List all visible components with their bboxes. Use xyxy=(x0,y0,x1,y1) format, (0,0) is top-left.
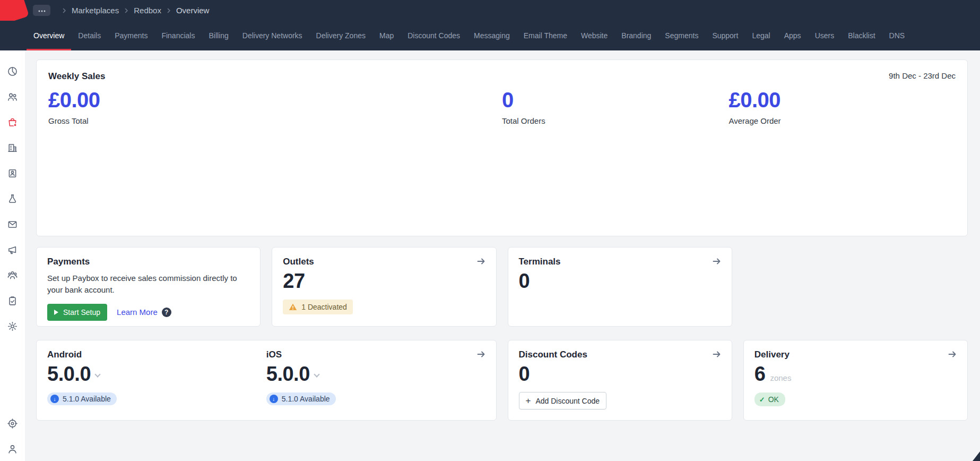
android-section: Android 5.0.0 ↓ 5.1.0 Available xyxy=(47,349,266,411)
outlets-deactivated-label: 1 Deactivated xyxy=(301,303,347,311)
android-version: 5.0.0 xyxy=(47,363,91,386)
total-orders-label: Total Orders xyxy=(502,116,729,125)
discount-codes-title: Discount Codes xyxy=(519,349,721,360)
breadcrumb-marketplaces[interactable]: Marketplaces xyxy=(72,6,119,15)
delivery-ok-badge: ✓ OK xyxy=(754,392,785,406)
total-orders-value: 0 xyxy=(502,88,729,112)
payments-title: Payments xyxy=(47,257,249,267)
check-icon: ✓ xyxy=(759,396,765,404)
sidebar-bottom-group xyxy=(7,417,19,455)
download-circle-icon: ↓ xyxy=(50,395,59,403)
warning-triangle-icon xyxy=(289,303,297,311)
stat-gross-total: £0.00 Gross Total xyxy=(48,88,275,125)
chevron-right-icon xyxy=(123,7,129,14)
labs-flask-icon[interactable] xyxy=(7,193,19,204)
tab-dns[interactable]: DNS xyxy=(882,21,912,50)
delivery-ok-label: OK xyxy=(768,395,779,404)
android-update-badge: ↓ 5.1.0 Available xyxy=(47,392,117,405)
delivery-title: Delivery xyxy=(754,349,957,360)
discount-codes-count: 0 xyxy=(519,363,721,386)
chevron-down-icon[interactable] xyxy=(314,371,319,377)
topbar: Marketplaces Redbox Overview xyxy=(0,0,980,21)
discount-codes-card: Discount Codes 0 + Add Discount Code xyxy=(508,340,732,421)
target-icon[interactable] xyxy=(7,417,19,429)
ios-update-label: 5.1.0 Available xyxy=(282,395,330,403)
tab-email-theme[interactable]: Email Theme xyxy=(517,21,574,50)
users-icon[interactable] xyxy=(7,91,19,103)
tasks-clipboard-icon[interactable] xyxy=(7,295,19,306)
chevron-right-icon xyxy=(166,7,172,14)
tab-apps[interactable]: Apps xyxy=(777,21,808,50)
arrow-right-icon xyxy=(712,256,722,267)
android-update-label: 5.1.0 Available xyxy=(63,395,111,403)
tab-messaging[interactable]: Messaging xyxy=(467,21,517,50)
outlets-card: Outlets 27 1 Deactivated xyxy=(272,247,496,327)
discount-codes-arrow-button[interactable] xyxy=(710,348,723,362)
tab-financials[interactable]: Financials xyxy=(154,21,202,50)
delivery-zones-count: 6 xyxy=(754,363,766,386)
learn-more-link[interactable]: Learn More xyxy=(117,308,158,317)
arrow-right-icon xyxy=(476,349,487,360)
tab-website[interactable]: Website xyxy=(574,21,614,50)
start-setup-label: Start Setup xyxy=(63,308,100,317)
tab-support[interactable]: Support xyxy=(705,21,745,50)
tab-delivery-networks[interactable]: Delivery Networks xyxy=(236,21,309,50)
chevron-down-icon[interactable] xyxy=(94,371,100,377)
teams-icon[interactable] xyxy=(7,269,19,281)
ios-version: 5.0.0 xyxy=(266,363,310,386)
settings-gear-icon[interactable] xyxy=(7,320,19,332)
organization-icon[interactable] xyxy=(7,142,19,153)
payments-card: Payments Set up Paybox to receive sales … xyxy=(36,247,261,327)
gross-total-label: Gross Total xyxy=(48,116,275,125)
terminals-arrow-button[interactable] xyxy=(710,255,723,269)
apps-arrow-button[interactable] xyxy=(475,348,488,362)
average-order-label: Average Order xyxy=(729,116,956,125)
delivery-arrow-button[interactable] xyxy=(946,348,959,362)
breadcrumb-redbox[interactable]: Redbox xyxy=(134,6,161,15)
question-circle-icon[interactable]: ? xyxy=(162,308,171,317)
payments-description: Set up Paybox to receive sales commissio… xyxy=(47,272,249,296)
contacts-icon[interactable] xyxy=(7,167,19,179)
start-setup-button[interactable]: Start Setup xyxy=(47,304,107,321)
main-content: Weekly Sales 9th Dec - 23rd Dec £0.00 Gr… xyxy=(25,50,980,461)
ios-update-badge: ↓ 5.1.0 Available xyxy=(266,392,336,405)
stat-average-order: £0.00 Average Order xyxy=(729,88,956,125)
tab-details[interactable]: Details xyxy=(71,21,108,50)
tab-users[interactable]: Users xyxy=(808,21,842,50)
announcements-icon[interactable] xyxy=(7,244,19,255)
weekly-sales-title: Weekly Sales xyxy=(48,71,105,82)
arrow-right-icon xyxy=(712,349,722,360)
outlets-arrow-button[interactable] xyxy=(475,255,488,269)
tab-legal[interactable]: Legal xyxy=(745,21,777,50)
tab-delivery-zones[interactable]: Delivery Zones xyxy=(309,21,372,50)
add-discount-code-button[interactable]: + Add Discount Code xyxy=(519,392,607,409)
account-icon[interactable] xyxy=(7,443,19,455)
tab-payments[interactable]: Payments xyxy=(108,21,154,50)
tab-branding[interactable]: Branding xyxy=(614,21,658,50)
delivery-card: Delivery 6 zones ✓ OK xyxy=(743,340,968,421)
apps-card: Android 5.0.0 ↓ 5.1.0 Available iOS 5.0.… xyxy=(36,340,497,421)
sidebar xyxy=(0,50,25,461)
marketplaces-icon[interactable] xyxy=(7,116,19,128)
outlets-deactivated-badge: 1 Deactivated xyxy=(283,300,353,314)
tab-billing[interactable]: Billing xyxy=(202,21,235,50)
arrow-right-icon xyxy=(476,256,487,267)
outlets-title: Outlets xyxy=(283,257,485,267)
android-title: Android xyxy=(47,349,266,360)
sidebar-top-group xyxy=(7,65,19,332)
messages-icon[interactable] xyxy=(7,218,19,230)
tab-overview[interactable]: Overview xyxy=(27,21,71,50)
tab-segments[interactable]: Segments xyxy=(658,21,705,50)
add-discount-code-label: Add Discount Code xyxy=(535,397,600,405)
dashboard-icon[interactable] xyxy=(7,65,19,77)
average-order-value: £0.00 xyxy=(729,88,956,112)
date-range: 9th Dec - 23rd Dec xyxy=(889,71,956,80)
terminals-card: Terminals 0 xyxy=(508,247,732,327)
more-menu-button[interactable] xyxy=(33,5,50,16)
tab-discount-codes[interactable]: Discount Codes xyxy=(401,21,467,50)
corner-widget xyxy=(973,451,980,461)
tab-blacklist[interactable]: Blacklist xyxy=(841,21,882,50)
tab-map[interactable]: Map xyxy=(372,21,401,50)
stat-total-orders: 0 Total Orders xyxy=(502,88,729,125)
breadcrumb-overview[interactable]: Overview xyxy=(176,6,210,15)
